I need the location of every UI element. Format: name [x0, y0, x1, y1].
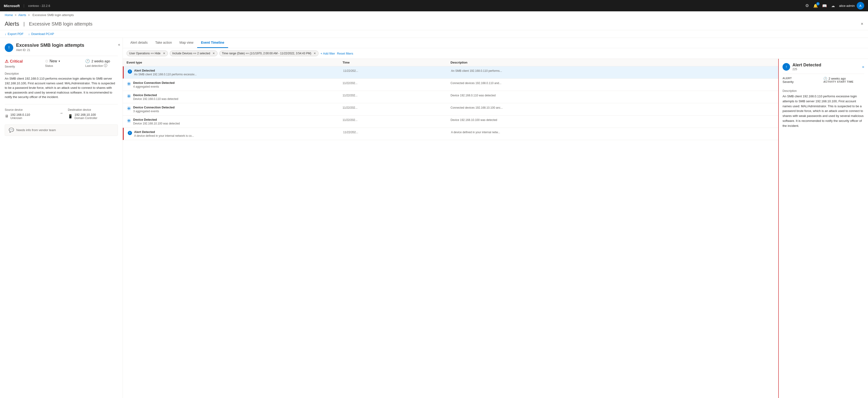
table-row[interactable]: ! Alert Detected A device defined in you… — [123, 128, 778, 140]
close-button[interactable]: × — [861, 22, 863, 26]
detail-navigate-button[interactable]: » — [862, 65, 864, 69]
destination-device-icon: 📱 — [68, 114, 73, 119]
left-panel: « ! Excessive SMB login attempts Alert I… — [0, 38, 123, 398]
user-menu[interactable]: alice-admin A — [839, 2, 864, 9]
tab-alert-details[interactable]: Alert details — [127, 38, 151, 48]
col-time: Time — [343, 61, 451, 64]
event-type-text-2: Device Detected Device 192.168.0.110 was… — [133, 93, 178, 101]
event-type-text-4: Device Detected Device 192.168.10.100 wa… — [133, 118, 180, 125]
table-row[interactable]: Device Detected Device 192.168.0.110 was… — [123, 91, 778, 103]
filter-chip-time-range[interactable]: Time range (Date) == (1/1/1970, 2:00:00 … — [219, 51, 318, 56]
table-row[interactable]: Device Connection Detected 4 aggregated … — [123, 79, 778, 91]
cloud-icon[interactable]: ☁ — [831, 4, 835, 8]
main-content: « ! Excessive SMB login attempts Alert I… — [0, 38, 868, 398]
tab-event-timeline[interactable]: Event Timeline — [197, 38, 228, 48]
severity-label: Severity — [5, 65, 34, 68]
last-detection-item: 🕐 2 weeks ago Last detection i — [85, 59, 118, 67]
destination-device-value: 📱 192.168.10.100 Domain Controller — [68, 113, 118, 120]
filter-chip-user-operations[interactable]: User Operations == Hide ✕ — [127, 51, 168, 56]
filter-time-range-close[interactable]: ✕ — [314, 52, 316, 55]
destination-device-label: Destination device — [68, 108, 118, 112]
breadcrumb-alerts[interactable]: Alerts — [19, 13, 26, 17]
detail-meta-row: ALERT Severity 🕐 2 weeks ago Activity st… — [782, 74, 864, 87]
notification-badge: 0 — [816, 2, 819, 5]
device-arrow-icon: → — [60, 111, 63, 115]
col-event-type: Event type — [127, 61, 343, 64]
device-icon-4 — [127, 118, 131, 124]
filter-bar: User Operations == Hide ✕ Include Device… — [123, 48, 868, 59]
page-subtitle: Excessive SMB login attempts — [29, 21, 93, 27]
detail-desc-label: Description — [782, 89, 864, 93]
breadcrumb-current: Excessive SMB login attempts — [33, 13, 74, 17]
avatar: A — [857, 2, 864, 9]
description-block: Description An SMB client 192.168.0.110 … — [5, 72, 118, 99]
breadcrumb-sep2: > — [28, 13, 30, 17]
source-device-type: Unknown — [10, 117, 30, 120]
col-description: Description — [451, 61, 774, 64]
filter-include-devices-close[interactable]: ✕ — [213, 52, 215, 55]
topbar: Microsoft | contoso - 22.2.6 ⚙ 🔔 0 📖 ☁ a… — [0, 0, 868, 11]
tab-map-view[interactable]: Map view — [176, 38, 197, 48]
event-time-3: 11/22/202... — [343, 105, 451, 110]
brand-logo: Microsoft — [4, 4, 20, 8]
detail-desc-text: An SMB client 192.168.0.110 performs exc… — [782, 94, 864, 128]
event-table-container: Event type Time Description ! — [123, 59, 868, 398]
table-row[interactable]: ! Alert Detected An SMB client 192.168.0… — [123, 66, 778, 79]
book-icon[interactable]: 📖 — [822, 4, 827, 8]
source-device-ip: 192.168.0.110 — [10, 113, 30, 117]
status-dropdown-icon[interactable]: ▾ — [59, 60, 60, 63]
detail-title: Alert Detected — [793, 63, 821, 67]
filter-user-ops-text: User Operations == Hide — [129, 52, 161, 55]
event-type-text-1: Device Connection Detected 4 aggregated … — [133, 81, 175, 88]
breadcrumb: Home > Alerts > Excessive SMB login atte… — [0, 11, 868, 19]
detail-activity-item: 🕐 2 weeks ago Activity start time — [824, 77, 864, 83]
status-label: Status — [45, 64, 75, 67]
event-table-header: Event type Time Description — [123, 59, 778, 66]
device-connection-icon-3 — [127, 106, 131, 112]
filter-user-ops-close[interactable]: ✕ — [163, 52, 165, 55]
breadcrumb-sep1: > — [14, 13, 17, 17]
last-detection-info-icon: i — [104, 64, 107, 67]
username-label: alice-admin — [839, 4, 855, 7]
breadcrumb-home[interactable]: Home — [5, 13, 13, 17]
tab-take-action[interactable]: Take action — [151, 38, 176, 48]
alert-id: Alert ID: 21 — [16, 49, 84, 52]
event-type-cell: Device Detected Device 192.168.10.100 wa… — [127, 118, 343, 125]
description-text: An SMB client 192.168.0.110 performs exc… — [5, 76, 118, 99]
alert-detected-icon-5: ! — [127, 131, 132, 136]
event-time-0: 11/22/202... — [343, 69, 451, 72]
source-device-icon: 🖥 — [5, 114, 8, 118]
topbar-separator: | — [24, 4, 25, 7]
detail-panel: ! Alert Detected 225 » ALERT Severity — [778, 59, 868, 398]
detail-severity-item: ALERT Severity — [782, 77, 824, 84]
notifications-icon[interactable]: 🔔 0 — [813, 4, 818, 8]
event-desc-1: Connected devices 192.168.0.110 and... — [451, 81, 774, 85]
alert-shield-icon: ! — [5, 43, 13, 52]
detail-activity-label: Activity start time — [824, 80, 864, 83]
detail-id: 225 — [793, 67, 821, 71]
destination-device-ip: 192.168.10.100 — [74, 113, 97, 117]
topbar-actions: ⚙ 🔔 0 📖 ☁ alice-admin A — [805, 2, 864, 9]
export-pdf-button[interactable]: ↓ Export PDF — [5, 32, 24, 36]
collapse-panel-button[interactable]: « — [118, 42, 120, 47]
table-row[interactable]: Device Connection Detected 3 aggregated … — [123, 103, 778, 116]
event-desc-4: Device 192.168.10.100 was detected — [451, 118, 774, 122]
download-pcap-button[interactable]: ↓ Download PCAP — [28, 32, 54, 36]
settings-icon[interactable]: ⚙ — [805, 3, 809, 8]
add-filter-button[interactable]: + Add filter — [320, 52, 335, 55]
export-pdf-label: Export PDF — [8, 32, 24, 36]
detail-clock-icon: 🕐 — [824, 77, 827, 80]
event-time-1: 11/22/202... — [343, 81, 451, 85]
table-row[interactable]: Device Detected Device 192.168.10.100 wa… — [123, 116, 778, 128]
detail-exclamation: ! — [786, 65, 787, 69]
filter-chip-include-devices[interactable]: Include Devices == 2 selected ✕ — [170, 51, 217, 56]
shield-exclamation: ! — [8, 45, 9, 50]
detail-description-block: Description An SMB client 192.168.0.110 … — [782, 89, 864, 128]
detail-title-block: Alert Detected 225 — [793, 63, 821, 71]
export-pdf-icon: ↓ — [5, 32, 6, 36]
detail-shield-icon: ! — [782, 63, 790, 71]
toolbar: ↓ Export PDF ↓ Download PCAP — [0, 30, 868, 38]
last-detection-value: 🕐 2 weeks ago — [85, 59, 115, 63]
reset-filters-button[interactable]: Reset filters — [337, 52, 353, 55]
event-type-cell: Device Detected Device 192.168.0.110 was… — [127, 93, 343, 101]
